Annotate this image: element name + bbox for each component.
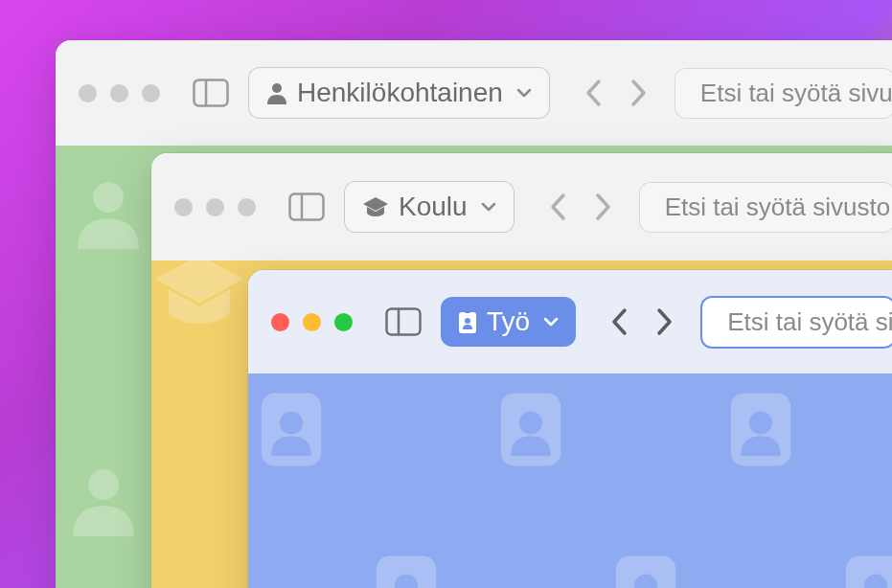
- sidebar-icon: [288, 192, 325, 221]
- graduation-cap-bg-icon: [151, 260, 247, 328]
- close-button[interactable]: [271, 313, 289, 331]
- forward-button[interactable]: [595, 192, 612, 221]
- back-button[interactable]: [549, 192, 566, 221]
- svg-point-15: [465, 318, 470, 324]
- close-button[interactable]: [174, 198, 193, 216]
- svg-point-21: [519, 411, 542, 434]
- svg-point-5: [93, 182, 124, 213]
- toolbar: Henkilökohtainen Etsi tai syötä sivuston…: [56, 40, 892, 146]
- person-bg-icon: [70, 462, 137, 538]
- profile-label: Koulu: [399, 192, 468, 222]
- person-bg-icon: [75, 174, 142, 251]
- maximize-button[interactable]: [238, 198, 256, 216]
- svg-rect-7: [290, 194, 324, 220]
- search-field[interactable]: Etsi tai syötä sivuston osoite: [639, 182, 892, 233]
- maximize-button[interactable]: [334, 313, 353, 331]
- badge-bg-icon: [727, 383, 794, 469]
- traffic-lights: [79, 84, 160, 102]
- safari-window-work: Työ Etsi tai syötä sivuston osoite: [248, 270, 892, 588]
- sidebar-toggle-button[interactable]: [383, 305, 423, 339]
- minimize-button[interactable]: [303, 313, 321, 331]
- navigation-arrows: [610, 307, 674, 336]
- navigation-arrows: [584, 79, 648, 107]
- profile-selector[interactable]: Koulu: [344, 181, 515, 233]
- svg-point-2: [272, 83, 282, 93]
- chevron-down-icon: [516, 88, 532, 98]
- close-button[interactable]: [79, 84, 97, 102]
- sidebar-toggle-button[interactable]: [286, 190, 327, 224]
- svg-rect-11: [387, 309, 421, 335]
- profile-selector[interactable]: Henkilökohtainen: [248, 67, 550, 119]
- svg-rect-14: [465, 309, 470, 313]
- minimize-button[interactable]: [110, 84, 128, 102]
- sidebar-toggle-button[interactable]: [191, 76, 231, 110]
- sidebar-icon: [193, 79, 229, 107]
- badge-bg-icon: [258, 383, 325, 469]
- chevron-down-icon: [481, 202, 496, 212]
- profile-label: Työ: [487, 306, 530, 337]
- badge-bg-icon: [612, 546, 679, 588]
- content-area: [248, 373, 892, 588]
- svg-point-19: [280, 411, 303, 434]
- traffic-lights: [271, 313, 353, 331]
- forward-button[interactable]: [630, 79, 648, 107]
- maximize-button[interactable]: [142, 84, 160, 102]
- traffic-lights: [174, 198, 256, 216]
- toolbar: Koulu Etsi tai syötä sivuston osoite: [151, 153, 892, 260]
- profile-selector[interactable]: Työ: [441, 297, 576, 347]
- svg-point-6: [88, 469, 119, 500]
- sidebar-icon: [385, 307, 422, 336]
- profile-label: Henkilökohtainen: [297, 78, 503, 108]
- search-placeholder: Etsi tai syötä sivuston osoite: [700, 79, 892, 108]
- back-button[interactable]: [584, 79, 602, 107]
- back-button[interactable]: [610, 307, 628, 336]
- svg-rect-0: [194, 80, 228, 106]
- search-field[interactable]: Etsi tai syötä sivuston osoite: [675, 68, 892, 119]
- search-field[interactable]: Etsi tai syötä sivuston osoite: [700, 296, 892, 349]
- toolbar: Työ Etsi tai syötä sivuston osoite: [248, 270, 892, 373]
- badge-bg-icon: [842, 546, 892, 588]
- badge-bg-icon: [373, 546, 440, 588]
- badge-bg-icon: [497, 383, 564, 469]
- svg-point-23: [749, 411, 772, 434]
- search-placeholder: Etsi tai syötä sivuston osoite: [665, 192, 892, 222]
- search-placeholder: Etsi tai syötä sivuston osoite: [727, 307, 892, 337]
- minimize-button[interactable]: [206, 198, 224, 216]
- graduation-cap-icon: [362, 196, 389, 217]
- forward-button[interactable]: [656, 307, 674, 336]
- badge-icon: [458, 309, 477, 334]
- chevron-down-icon: [543, 317, 559, 327]
- person-icon: [266, 81, 287, 104]
- navigation-arrows: [549, 192, 612, 221]
